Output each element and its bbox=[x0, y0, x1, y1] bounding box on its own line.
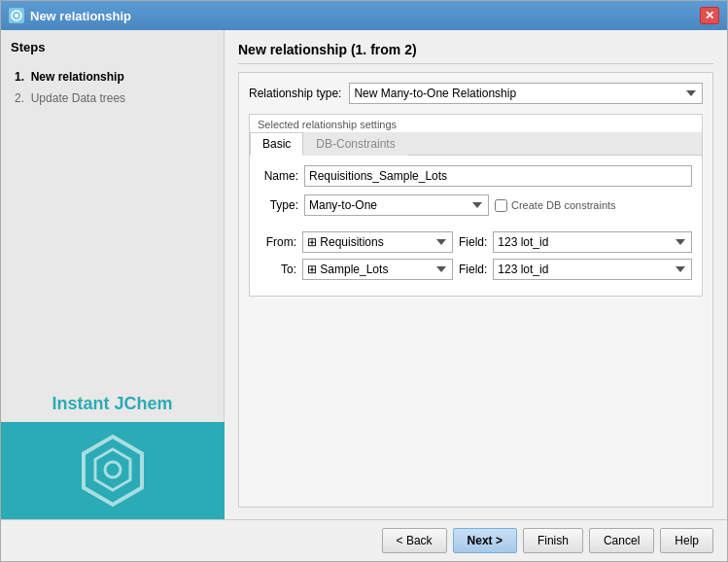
hex-icon bbox=[74, 432, 152, 509]
step-1: 1. New relationship bbox=[11, 66, 214, 88]
bottom-bar: < Back Next > Finish Cancel Help bbox=[1, 519, 727, 561]
type-select[interactable]: Many-to-One bbox=[304, 194, 489, 216]
from-field-label: Field: bbox=[459, 235, 487, 249]
step-1-number: 1. bbox=[15, 70, 31, 84]
title-bar: New relationship ✕ bbox=[1, 1, 727, 30]
sidebar: Steps 1. New relationship 2. Update Data… bbox=[1, 30, 225, 519]
to-label: To: bbox=[260, 263, 296, 276]
main-content: Steps 1. New relationship 2. Update Data… bbox=[1, 30, 727, 519]
title-bar-left: New relationship bbox=[9, 8, 131, 23]
to-table-select[interactable]: ⊞ Sample_Lots bbox=[302, 259, 453, 280]
relationship-type-row: Relationship type: New Many-to-One Relat… bbox=[249, 83, 703, 104]
tab-db-constraints[interactable]: DB-Constraints bbox=[303, 132, 407, 156]
settings-group: Selected relationship settings Basic DB-… bbox=[249, 114, 703, 297]
name-label: Name: bbox=[260, 169, 298, 183]
new-relationship-dialog: New relationship ✕ Steps 1. New relation… bbox=[0, 0, 728, 562]
from-label: From: bbox=[260, 235, 296, 249]
create-db-checkbox[interactable] bbox=[495, 199, 507, 212]
name-row: Name: bbox=[260, 165, 692, 187]
create-db-checkbox-label[interactable]: Create DB constraints bbox=[495, 199, 616, 212]
to-row: To: ⊞ Sample_Lots Field: 123 lot_id bbox=[260, 259, 692, 280]
back-button[interactable]: < Back bbox=[382, 528, 447, 553]
from-field-select[interactable]: 123 lot_id bbox=[493, 231, 692, 253]
dialog-icon bbox=[9, 8, 24, 23]
type-label: Type: bbox=[260, 198, 298, 212]
logo-box bbox=[1, 422, 225, 519]
form-area: Relationship type: New Many-to-One Relat… bbox=[238, 72, 713, 508]
step-2-number: 2. bbox=[15, 91, 31, 105]
dialog-title: New relationship bbox=[30, 9, 131, 23]
step-1-label: New relationship bbox=[31, 70, 124, 84]
sidebar-title: Steps bbox=[11, 40, 214, 54]
close-button[interactable]: ✕ bbox=[700, 7, 719, 24]
to-field-select[interactable]: 123 lot_id bbox=[493, 259, 692, 280]
step-2-label: Update Data trees bbox=[31, 91, 125, 105]
relationship-type-select[interactable]: New Many-to-One Relationship bbox=[349, 83, 703, 104]
help-button[interactable]: Help bbox=[660, 528, 713, 553]
cancel-button[interactable]: Cancel bbox=[589, 528, 654, 553]
right-panel: New relationship (1. from 2) Relationshi… bbox=[225, 30, 727, 519]
settings-label: Selected relationship settings bbox=[250, 115, 702, 132]
from-row: From: ⊞ Requisitions Field: 123 lot_id bbox=[260, 231, 692, 253]
tabs-row: Basic DB-Constraints bbox=[250, 132, 702, 156]
step-2: 2. Update Data trees bbox=[11, 88, 214, 109]
to-field-label: Field: bbox=[459, 263, 487, 276]
finish-button[interactable]: Finish bbox=[523, 528, 583, 553]
from-table-select[interactable]: ⊞ Requisitions bbox=[302, 231, 453, 253]
svg-marker-2 bbox=[84, 437, 142, 505]
create-db-label: Create DB constraints bbox=[511, 199, 616, 211]
divider bbox=[260, 224, 692, 231]
type-row: Type: Many-to-One Create DB constraints bbox=[260, 194, 692, 216]
svg-marker-3 bbox=[95, 449, 130, 490]
settings-inner: Name: Type: Many-to-One Create DB cons bbox=[250, 156, 702, 296]
next-button[interactable]: Next > bbox=[453, 528, 517, 553]
name-input[interactable] bbox=[304, 165, 692, 187]
panel-title: New relationship (1. from 2) bbox=[238, 42, 713, 64]
logo-text: Instant JChem bbox=[52, 394, 172, 422]
relationship-type-label: Relationship type: bbox=[249, 87, 341, 100]
svg-point-1 bbox=[15, 14, 18, 18]
svg-point-4 bbox=[105, 462, 121, 477]
tab-basic[interactable]: Basic bbox=[250, 132, 303, 156]
sidebar-logo-area: Instant JChem bbox=[11, 109, 214, 509]
